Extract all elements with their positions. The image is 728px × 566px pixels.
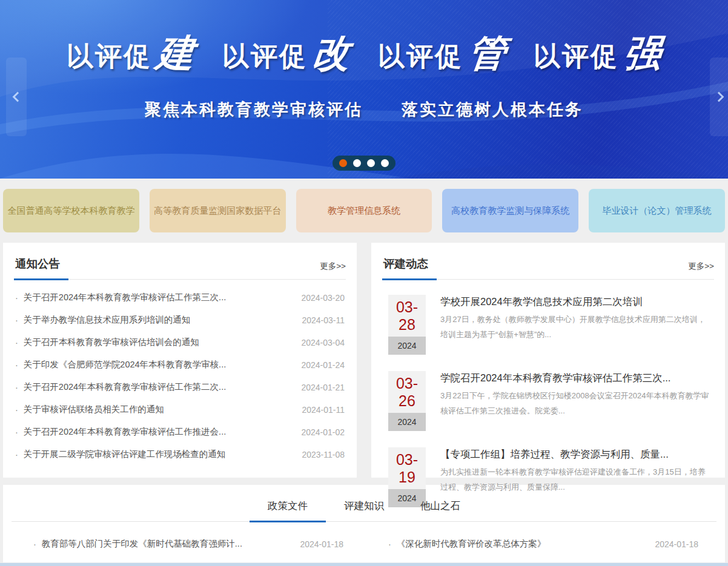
news-body: 学校开展2024年教学信息技术应用第二次培训 3月27日，教务处（教师教学发展中… — [440, 295, 713, 355]
slogan-emphasis-char: 管 — [466, 38, 508, 70]
chevron-left-icon — [13, 92, 23, 102]
document-item[interactable]: · 《深化新时代教育评价改革总体方案》 2024-01-18 — [364, 538, 719, 550]
news-item-title[interactable]: 【专项工作组】培养过程、教学资源与利用、质量... — [440, 448, 713, 461]
chevron-right-icon — [714, 92, 724, 102]
tab-policy-documents[interactable]: 政策文件 — [250, 499, 326, 522]
bullet-icon: · — [33, 539, 36, 549]
news-body: 学院召开2024年本科教育教学审核评估工作第三次... 3月22日下午，学院在锦… — [440, 371, 713, 431]
notice-item-title: 关于举办教学信息技术应用系列培训的通知 — [24, 314, 294, 326]
carousel-dot-1[interactable] — [339, 159, 347, 167]
hero-carousel: 以评促 建 以评促 改 以评促 管 以评促 强 聚焦本科教育教学审核评估 落实立… — [0, 0, 728, 179]
news-item[interactable]: 03-19 2024 【专项工作组】培养过程、教学资源与利用、质量... 为扎实… — [388, 447, 713, 507]
quick-link-quality-monitor-data-platform[interactable]: 高等教育质量监测国家数据平台 — [150, 189, 286, 232]
tab-evaluation-knowledge[interactable]: 评建知识 — [326, 499, 402, 522]
carousel-dots — [333, 156, 395, 171]
notice-item-title: 关于审核评估联络员相关工作的通知 — [24, 404, 294, 415]
bullet-icon: · — [15, 383, 18, 392]
notice-item-date: 2023-11-08 — [302, 450, 345, 459]
notice-item[interactable]: · 关于印发《合肥师范学院2024年本科教育教学审核... 2024-01-24 — [15, 354, 345, 376]
news-date-block: 03-28 2024 — [388, 295, 426, 355]
notice-item[interactable]: · 关于举办教学信息技术应用系列培训的通知 2024-03-11 — [15, 309, 345, 331]
banner-subtitle-right: 落实立德树人根本任务 — [402, 99, 583, 120]
notices-header: 通知公告 更多>> — [14, 243, 346, 280]
bullet-icon: · — [15, 450, 18, 459]
quick-link-teaching-management-system[interactable]: 教学管理信息系统 — [296, 189, 432, 232]
notice-item[interactable]: · 关于审核评估联络员相关工作的通知 2024-01-11 — [15, 398, 345, 421]
slogan-prefix: 以评促 — [534, 43, 619, 70]
notice-item-title: 关于召开2024年本科教育教学审核评估工作第二次... — [24, 381, 293, 393]
document-item-title: 教育部等八部门关于印发《新时代基础教育强师计... — [42, 538, 292, 550]
banner-subtitle: 聚焦本科教育教学审核评估 落实立德树人根本任务 — [0, 99, 728, 120]
carousel-dot-2[interactable] — [353, 159, 361, 167]
notice-item-date: 2024-03-11 — [302, 315, 345, 325]
slogan-group: 以评促 管 — [378, 38, 506, 70]
banner-slogan: 以评促 建 以评促 改 以评促 管 以评促 强 — [0, 38, 728, 70]
carousel-prev-button[interactable] — [6, 58, 27, 136]
notice-item-title: 关于召开本科教育教学审核评估培训会的通知 — [24, 337, 293, 348]
notice-item-title: 关于召开2024年本科教育教学审核评估工作推进会... — [24, 426, 293, 438]
news-date-monthday: 03-19 — [388, 447, 426, 489]
notice-item-date: 2024-01-11 — [302, 405, 345, 415]
news-title: 评建动态 — [382, 256, 437, 280]
news-item-title[interactable]: 学院召开2024年本科教育教学审核评估工作第三次... — [440, 372, 713, 385]
banner-wave-decoration — [0, 0, 728, 179]
quick-link-monitor-guarantee-system[interactable]: 高校教育教学监测与保障系统 — [442, 189, 578, 232]
document-item-date: 2024-01-18 — [655, 539, 698, 549]
notice-item-date: 2024-01-21 — [301, 383, 345, 392]
notices-more-link[interactable]: 更多>> — [320, 261, 346, 279]
bullet-icon: · — [15, 338, 18, 347]
notice-item-date: 2024-03-20 — [301, 293, 345, 303]
bullet-icon: · — [15, 315, 18, 325]
notice-item[interactable]: · 关于开展二级学院审核评估评建工作现场检查的通知 2023-11-08 — [15, 443, 345, 466]
quick-links-bar: 全国普通高等学校本科教育教学 高等教育质量监测国家数据平台 教学管理信息系统 高… — [0, 179, 728, 243]
notices-panel: 通知公告 更多>> · 关于召开2024年本科教育教学审核评估工作第三次... … — [3, 243, 357, 478]
carousel-dot-4[interactable] — [381, 159, 389, 167]
notice-item[interactable]: · 关于召开2024年本科教育教学审核评估工作推进会... 2024-01-02 — [15, 421, 345, 443]
carousel-next-button[interactable] — [710, 58, 728, 136]
notice-item[interactable]: · 关于召开本科教育教学审核评估培训会的通知 2024-03-04 — [15, 331, 345, 354]
news-date-monthday: 03-28 — [388, 295, 426, 337]
news-more-link[interactable]: 更多>> — [688, 261, 714, 279]
bullet-icon: · — [15, 293, 18, 303]
notice-item-date: 2024-03-04 — [301, 338, 345, 347]
bullet-icon: · — [15, 360, 18, 370]
news-list: 03-28 2024 学校开展2024年教学信息技术应用第二次培训 3月27日，… — [371, 280, 725, 507]
notice-item[interactable]: · 关于召开2024年本科教育教学审核评估工作第三次... 2024-03-20 — [15, 286, 345, 309]
notices-list: · 关于召开2024年本科教育教学审核评估工作第三次... 2024-03-20… — [3, 280, 357, 466]
slogan-group: 以评促 改 — [222, 38, 350, 70]
slogan-emphasis-char: 改 — [311, 38, 352, 70]
news-item-description: 3月22日下午，学院在锦绣校区行知楼2008会议室召开2024年本科教育教学审核… — [440, 388, 713, 419]
notice-item-title: 关于召开2024年本科教育教学审核评估工作第三次... — [24, 292, 293, 303]
quick-link-national-undergrad-platform[interactable]: 全国普通高等学校本科教育教学 — [3, 189, 139, 232]
news-date-monthday: 03-26 — [388, 371, 426, 413]
notice-item-date: 2024-01-24 — [301, 360, 345, 370]
tab-lessons-from-others[interactable]: 他山之石 — [402, 499, 478, 522]
news-item-title[interactable]: 学校开展2024年教学信息技术应用第二次培训 — [440, 295, 713, 309]
news-body: 【专项工作组】培养过程、教学资源与利用、质量... 为扎实推进新一轮本科教育教学… — [440, 447, 713, 507]
carousel-dot-3[interactable] — [367, 159, 375, 167]
slogan-prefix: 以评促 — [378, 43, 463, 70]
notice-item-title: 关于印发《合肥师范学院2024年本科教育教学审核... — [24, 359, 293, 370]
notice-item-title: 关于开展二级学院审核评估评建工作现场检查的通知 — [24, 449, 294, 460]
slogan-emphasis-char: 建 — [155, 38, 196, 70]
news-date-year: 2024 — [388, 413, 426, 431]
bullet-icon: · — [15, 405, 18, 415]
document-item[interactable]: · 教育部等八部门关于印发《新时代基础教育强师计... 2024-01-18 — [9, 538, 364, 550]
news-item[interactable]: 03-28 2024 学校开展2024年教学信息技术应用第二次培训 3月27日，… — [388, 295, 713, 355]
document-item-title: 《深化新时代教育评价改革总体方案》 — [397, 538, 647, 550]
slogan-prefix: 以评促 — [67, 43, 152, 70]
document-item-date: 2024-01-18 — [300, 539, 343, 549]
quick-link-thesis-management-system[interactable]: 毕业设计（论文）管理系统 — [589, 189, 725, 232]
slogan-emphasis-char: 强 — [622, 38, 663, 70]
notice-item[interactable]: · 关于召开2024年本科教育教学审核评估工作第二次... 2024-01-21 — [15, 376, 345, 398]
bullet-icon: · — [15, 427, 18, 437]
slogan-group: 以评促 强 — [534, 38, 661, 70]
banner-subtitle-left: 聚焦本科教育教学审核评估 — [145, 99, 363, 120]
news-date-block: 03-26 2024 — [388, 371, 426, 431]
documents-list: · 教育部等八部门关于印发《新时代基础教育强师计... 2024-01-18 ·… — [3, 522, 725, 550]
news-item-description: 为扎实推进新一轮本科教育教学审核评估迎评建设准备工作，3月15日，培养过程、教学… — [440, 464, 713, 495]
bullet-icon: · — [388, 539, 391, 549]
news-item[interactable]: 03-26 2024 学院召开2024年本科教育教学审核评估工作第三次... 3… — [388, 371, 713, 431]
slogan-prefix: 以评促 — [222, 43, 308, 70]
news-item-description: 3月27日，教务处（教师教学发展中心）开展教学信息技术应用第二次培训，培训主题为… — [440, 312, 713, 343]
